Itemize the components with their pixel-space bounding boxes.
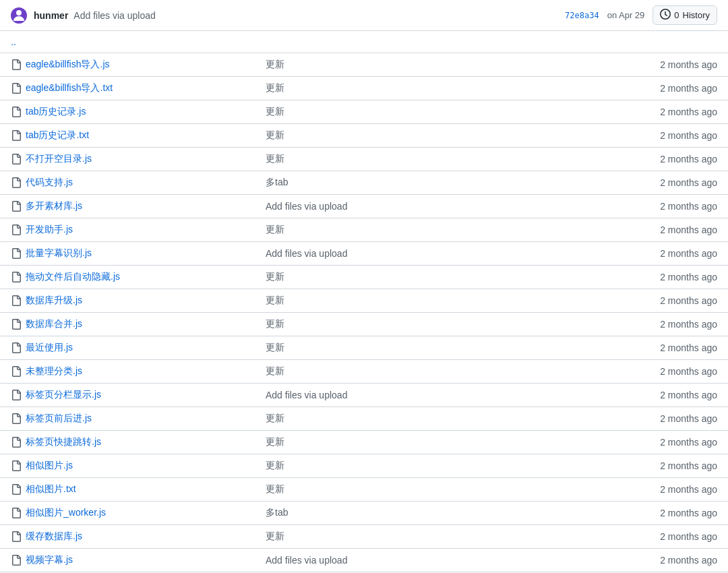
- commit-msg-cell: Add files via upload: [255, 549, 582, 572]
- table-row: 相似图片.js 更新2 months ago: [0, 454, 728, 478]
- file-name[interactable]: 批量字幕识别.js: [11, 247, 244, 260]
- commit-msg-cell: 更新: [255, 431, 582, 454]
- file-name[interactable]: 缓存数据库.js: [11, 531, 244, 543]
- table-row: 相似图片.txt 更新2 months ago: [0, 478, 728, 502]
- file-name[interactable]: tab历史记录.txt: [11, 129, 244, 142]
- commit-msg-cell: 更新: [255, 148, 582, 171]
- time-cell: 2 months ago: [582, 360, 728, 384]
- table-row: 标签页分栏显示.js Add files via upload2 months …: [0, 384, 728, 407]
- file-name[interactable]: 标签页前后进.js: [11, 413, 244, 425]
- file-icon: [11, 437, 22, 448]
- table-row: 多开素材库.js Add files via upload2 months ag…: [0, 195, 728, 218]
- commit-msg-cell: 更新: [255, 124, 582, 148]
- table-row: 代码支持.js 多tab2 months ago: [0, 171, 728, 195]
- file-name[interactable]: 多开素材库.js: [11, 200, 244, 212]
- file-name[interactable]: 未整理分类.js: [11, 365, 244, 378]
- file-icon: [11, 413, 22, 424]
- commit-msg-cell: 更新: [255, 266, 582, 289]
- time-cell: 2 months ago: [582, 549, 728, 572]
- clock-icon: [660, 9, 671, 22]
- file-name[interactable]: 开发助手.js: [11, 224, 244, 236]
- history-label: History: [683, 10, 710, 20]
- commit-msg-cell: 多tab: [255, 502, 582, 525]
- time-cell: 2 months ago: [582, 407, 728, 431]
- table-row: 相似图片_worker.js 多tab2 months ago: [0, 502, 728, 525]
- time-cell: 2 months ago: [582, 195, 728, 218]
- file-name[interactable]: tab历史记录.js: [11, 106, 244, 118]
- history-button[interactable]: 0 History: [653, 5, 717, 25]
- file-icon: [11, 295, 22, 306]
- time-cell: 2 months ago: [582, 289, 728, 313]
- file-icon: [11, 460, 22, 471]
- file-name[interactable]: 标签页分栏显示.js: [11, 389, 244, 401]
- file-name[interactable]: 最近使用.js: [11, 342, 244, 354]
- parent-dir-link[interactable]: ..: [11, 36, 16, 47]
- table-row: 视频字幕.js Add files via upload2 months ago: [0, 549, 728, 572]
- table-row: 不打开空目录.js 更新2 months ago: [0, 148, 728, 171]
- commit-date: on Apr 29: [607, 10, 645, 20]
- file-icon: [11, 390, 22, 400]
- commit-msg-cell: 更新: [255, 313, 582, 336]
- file-name[interactable]: 相似图片.txt: [11, 483, 244, 495]
- file-name[interactable]: 数据库升级.js: [11, 295, 244, 307]
- file-icon: [11, 555, 22, 566]
- repo-header-left: hunmer Add files via upload: [11, 7, 156, 24]
- table-row: 缓存数据库.js 更新2 months ago: [0, 525, 728, 549]
- table-row: 批量字幕识别.js Add files via upload2 months a…: [0, 242, 728, 266]
- commit-msg-cell: 更新: [255, 53, 582, 77]
- file-name[interactable]: eagle&billfish导入.txt: [11, 82, 244, 94]
- time-cell: 2 months ago: [582, 242, 728, 266]
- file-icon: [11, 177, 22, 188]
- commit-msg-cell: Add files via upload: [255, 195, 582, 218]
- table-row: tab历史记录.js 更新2 months ago: [0, 100, 728, 124]
- file-icon: [11, 272, 22, 282]
- time-cell: 2 months ago: [582, 431, 728, 454]
- file-icon: [11, 484, 22, 495]
- svg-point-0: [16, 10, 22, 16]
- time-cell: 2 months ago: [582, 53, 728, 77]
- history-count: 0: [674, 10, 679, 20]
- file-name[interactable]: 数据库合并.js: [11, 318, 244, 330]
- file-icon: [11, 366, 22, 377]
- file-icon: [11, 319, 22, 330]
- file-icon: [11, 508, 22, 518]
- table-row: eagle&billfish导入.txt 更新2 months ago: [0, 77, 728, 100]
- commit-msg-cell: Add files via upload: [255, 242, 582, 266]
- file-icon: [11, 130, 22, 141]
- table-row: 开发助手.js 更新2 months ago: [0, 218, 728, 242]
- file-name[interactable]: 标签页快捷跳转.js: [11, 436, 244, 448]
- file-name[interactable]: 拖动文件后自动隐藏.js: [11, 271, 244, 283]
- file-name[interactable]: 代码支持.js: [11, 177, 244, 189]
- table-row: tab历史记录.txt 更新2 months ago: [0, 124, 728, 148]
- parent-dir-row: ..: [0, 31, 728, 53]
- repo-header-right: 72e8a34 on Apr 29 0 History: [565, 5, 717, 25]
- file-name[interactable]: eagle&billfish导入.js: [11, 59, 244, 71]
- commit-msg-cell: 更新: [255, 525, 582, 549]
- file-icon: [11, 83, 22, 94]
- file-name[interactable]: 不打开空目录.js: [11, 153, 244, 165]
- commit-msg-cell: 更新: [255, 454, 582, 478]
- commit-msg-cell: Add files via upload: [255, 384, 582, 407]
- table-row: 数据库合并.js 更新2 months ago: [0, 313, 728, 336]
- username[interactable]: hunmer: [34, 10, 68, 21]
- table-row: 未整理分类.js 更新2 months ago: [0, 360, 728, 384]
- time-cell: 2 months ago: [582, 313, 728, 336]
- table-row: 标签页前后进.js 更新2 months ago: [0, 407, 728, 431]
- commit-msg-cell: 更新: [255, 478, 582, 502]
- file-name[interactable]: 相似图片.js: [11, 460, 244, 472]
- file-name[interactable]: 视频字幕.js: [11, 554, 244, 566]
- commit-msg-cell: 更新: [255, 336, 582, 360]
- avatar: [11, 7, 27, 24]
- commit-msg-cell: 更新: [255, 360, 582, 384]
- file-icon: [11, 201, 22, 212]
- table-row: eagle&billfish导入.js 更新2 months ago: [0, 53, 728, 77]
- time-cell: 2 months ago: [582, 336, 728, 360]
- time-cell: 2 months ago: [582, 100, 728, 124]
- time-cell: 2 months ago: [582, 124, 728, 148]
- file-icon: [11, 248, 22, 259]
- file-icon: [11, 154, 22, 164]
- commit-hash[interactable]: 72e8a34: [565, 11, 599, 20]
- file-name[interactable]: 相似图片_worker.js: [11, 507, 244, 519]
- commit-message: Add files via upload: [73, 10, 155, 21]
- commit-msg-cell: 更新: [255, 289, 582, 313]
